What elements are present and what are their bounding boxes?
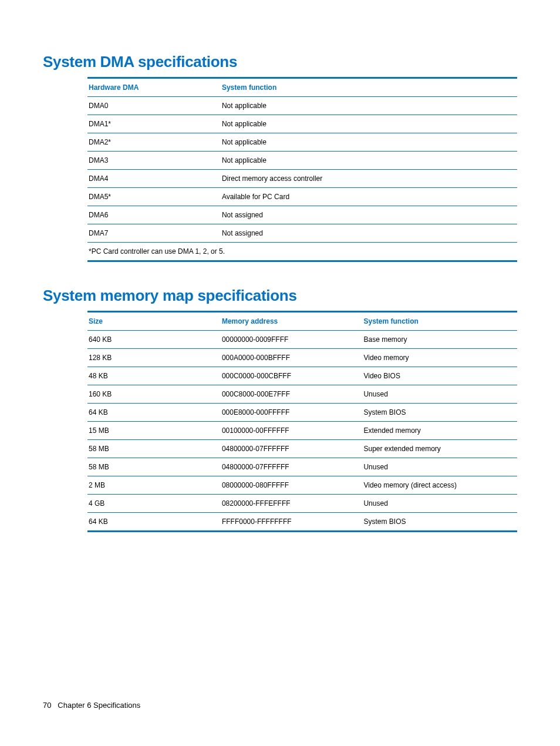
table-cell: 000C8000-000E7FFF xyxy=(221,385,363,404)
table-cell: Super extended memory xyxy=(362,440,517,458)
table-cell: 00100000-00FFFFFF xyxy=(221,422,363,440)
memory-table: Size Memory address System function 640 … xyxy=(87,311,517,532)
table-cell: 4 GB xyxy=(87,495,221,513)
table-cell: DMA1* xyxy=(87,115,221,133)
table-cell: Unused xyxy=(362,495,517,513)
table-cell: 000A0000-000BFFFF xyxy=(221,349,363,367)
table-cell: 58 MB xyxy=(87,458,221,476)
table-cell: DMA7 xyxy=(87,224,221,243)
table-cell: DMA4 xyxy=(87,170,221,188)
table-cell: 04800000-07FFFFFF xyxy=(221,440,363,458)
dma-title: System DMA specifications xyxy=(43,53,517,71)
table-row: DMA6Not assigned xyxy=(87,206,517,224)
table-cell: DMA0 xyxy=(87,97,221,115)
table-cell: 00000000-0009FFFF xyxy=(221,331,363,349)
table-row: 640 KB00000000-0009FFFFBase memory xyxy=(87,331,517,349)
table-cell: 2 MB xyxy=(87,476,221,495)
table-cell: 64 KB xyxy=(87,513,221,532)
dma-header-function: System function xyxy=(221,78,517,97)
table-cell: Unused xyxy=(362,458,517,476)
table-cell: 160 KB xyxy=(87,385,221,404)
table-cell: Video memory (direct access) xyxy=(362,476,517,495)
table-row: 48 KB000C0000-000CBFFFVideo BIOS xyxy=(87,367,517,385)
table-cell: System BIOS xyxy=(362,513,517,532)
table-cell: Not applicable xyxy=(221,115,517,133)
table-cell: Not assigned xyxy=(221,206,517,224)
table-cell: 640 KB xyxy=(87,331,221,349)
table-cell: 000C0000-000CBFFF xyxy=(221,367,363,385)
table-cell: Base memory xyxy=(362,331,517,349)
table-row: DMA1*Not applicable xyxy=(87,115,517,133)
table-row: 64 KB000E8000-000FFFFFSystem BIOS xyxy=(87,404,517,422)
table-cell: DMA2* xyxy=(87,133,221,152)
table-cell: 58 MB xyxy=(87,440,221,458)
table-row: 64 KBFFFF0000-FFFFFFFFSystem BIOS xyxy=(87,513,517,532)
table-cell: 08200000-FFFEFFFF xyxy=(221,495,363,513)
table-row: DMA2*Not applicable xyxy=(87,133,517,152)
table-cell: System BIOS xyxy=(362,404,517,422)
memory-header-row: Size Memory address System function xyxy=(87,312,517,331)
table-row: DMA4Direct memory access controller xyxy=(87,170,517,188)
table-cell: Video BIOS xyxy=(362,367,517,385)
table-cell: Not applicable xyxy=(221,97,517,115)
table-cell: 000E8000-000FFFFF xyxy=(221,404,363,422)
table-cell: Not assigned xyxy=(221,224,517,243)
table-cell: 48 KB xyxy=(87,367,221,385)
table-cell: DMA6 xyxy=(87,206,221,224)
table-cell: Not applicable xyxy=(221,133,517,152)
table-cell: DMA3 xyxy=(87,152,221,170)
table-cell: 64 KB xyxy=(87,404,221,422)
table-cell: Video memory xyxy=(362,349,517,367)
dma-footnote: *PC Card controller can use DMA 1, 2, or… xyxy=(87,243,517,261)
table-row: 2 MB08000000-080FFFFFVideo memory (direc… xyxy=(87,476,517,495)
table-cell: FFFF0000-FFFFFFFF xyxy=(221,513,363,532)
dma-header-hardware: Hardware DMA xyxy=(87,78,221,97)
table-row: DMA7Not assigned xyxy=(87,224,517,243)
table-row: 58 MB04800000-07FFFFFFSuper extended mem… xyxy=(87,440,517,458)
dma-footnote-row: *PC Card controller can use DMA 1, 2, or… xyxy=(87,243,517,261)
memory-title: System memory map specifications xyxy=(43,287,517,305)
table-cell: 15 MB xyxy=(87,422,221,440)
table-cell: 04800000-07FFFFFF xyxy=(221,458,363,476)
table-row: 128 KB000A0000-000BFFFFVideo memory xyxy=(87,349,517,367)
table-cell: 128 KB xyxy=(87,349,221,367)
table-cell: Extended memory xyxy=(362,422,517,440)
table-row: DMA3Not applicable xyxy=(87,152,517,170)
table-cell: DMA5* xyxy=(87,188,221,206)
table-row: 15 MB00100000-00FFFFFFExtended memory xyxy=(87,422,517,440)
table-cell: Direct memory access controller xyxy=(221,170,517,188)
table-row: DMA0Not applicable xyxy=(87,97,517,115)
memory-header-size: Size xyxy=(87,312,221,331)
table-row: 58 MB04800000-07FFFFFFUnused xyxy=(87,458,517,476)
table-cell: 08000000-080FFFFF xyxy=(221,476,363,495)
table-row: 4 GB08200000-FFFEFFFFUnused xyxy=(87,495,517,513)
table-cell: Unused xyxy=(362,385,517,404)
dma-table: Hardware DMA System function DMA0Not app… xyxy=(87,77,517,262)
table-cell: Available for PC Card xyxy=(221,188,517,206)
table-row: 160 KB000C8000-000E7FFFUnused xyxy=(87,385,517,404)
table-row: DMA5*Available for PC Card xyxy=(87,188,517,206)
table-cell: Not applicable xyxy=(221,152,517,170)
dma-header-row: Hardware DMA System function xyxy=(87,78,517,97)
memory-header-address: Memory address xyxy=(221,312,363,331)
memory-header-function: System function xyxy=(362,312,517,331)
